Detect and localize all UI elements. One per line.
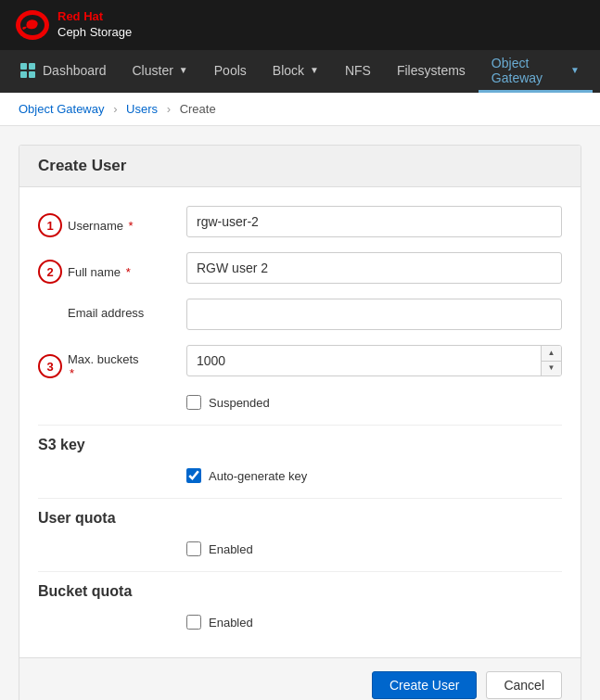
svg-rect-4 <box>20 71 27 78</box>
cancel-button[interactable]: Cancel <box>486 671 562 699</box>
breadcrumb: Object Gateway › Users › Create <box>0 93 600 126</box>
username-control <box>186 206 562 237</box>
email-label: Email address <box>68 306 144 320</box>
nav-item-block[interactable]: Block ▼ <box>260 50 332 93</box>
bucket-quota-enabled-checkbox[interactable] <box>186 615 201 630</box>
breadcrumb-current: Create <box>180 102 216 116</box>
nav-item-object-gateway[interactable]: Object Gateway ▼ <box>479 50 593 93</box>
svg-rect-5 <box>29 71 35 78</box>
auto-generate-row: Auto-generate key <box>38 468 562 483</box>
username-label: Username * <box>68 219 134 233</box>
user-quota-enabled-row: Enabled <box>38 541 562 556</box>
block-caret-icon: ▼ <box>310 65 319 75</box>
username-label-col: 1 Username * <box>38 206 186 237</box>
fullname-input[interactable] <box>186 252 562 284</box>
auto-generate-checkbox[interactable] <box>186 468 201 483</box>
breadcrumb-parent[interactable]: Users <box>126 102 158 116</box>
create-user-card: Create User 1 Username * 2 <box>19 145 581 700</box>
bucket-quota-section-title: Bucket quota <box>38 571 562 607</box>
username-required: * <box>125 219 134 233</box>
user-quota-section-title: User quota <box>38 498 562 534</box>
username-input[interactable] <box>186 206 562 237</box>
max-buckets-input[interactable] <box>186 345 562 376</box>
user-quota-enabled-label[interactable]: Enabled <box>209 542 253 556</box>
max-buckets-increment[interactable]: ▲ <box>542 346 561 362</box>
svg-rect-3 <box>29 63 35 70</box>
max-buckets-decrement[interactable]: ▼ <box>542 362 561 376</box>
step-badge-3: 3 <box>38 354 62 378</box>
nav-item-pools[interactable]: Pools <box>201 50 260 93</box>
dashboard-icon <box>20 63 35 78</box>
max-buckets-spinners: ▲ ▼ <box>541 346 561 375</box>
create-user-button[interactable]: Create User <box>372 671 477 699</box>
suspended-checkbox[interactable] <box>186 395 201 410</box>
breadcrumb-sep1: › <box>113 102 117 116</box>
step-badge-2: 2 <box>38 260 62 284</box>
username-row: 1 Username * <box>38 206 562 237</box>
max-buckets-control: ▲ ▼ <box>186 345 562 376</box>
user-quota-enabled-checkbox[interactable] <box>186 541 201 556</box>
email-row: Email address <box>38 299 562 330</box>
fullname-required: * <box>122 265 131 279</box>
top-navbar: Red Hat Ceph Storage <box>0 0 600 50</box>
fullname-label-col: 2 Full name * <box>38 252 186 284</box>
card-footer: Create User Cancel <box>19 657 581 700</box>
brand-logo: Red Hat Ceph Storage <box>15 9 132 41</box>
nav-item-nfs[interactable]: NFS <box>332 50 384 93</box>
card-title: Create User <box>19 146 581 187</box>
main-nav: Dashboard Cluster ▼ Pools Block ▼ NFS Fi… <box>0 50 600 93</box>
suspended-row: Suspended <box>38 395 562 410</box>
breadcrumb-root[interactable]: Object Gateway <box>19 102 105 116</box>
max-buckets-required: * <box>70 366 74 380</box>
nav-item-dashboard[interactable]: Dashboard <box>7 50 120 93</box>
card-body: 1 Username * 2 Full name * <box>19 187 581 657</box>
fullname-control <box>186 252 562 284</box>
object-gateway-caret-icon: ▼ <box>570 65 580 75</box>
email-control <box>186 299 562 330</box>
auto-generate-label[interactable]: Auto-generate key <box>209 469 307 483</box>
brand-text: Red Hat Ceph Storage <box>57 9 132 41</box>
s3key-section-title: S3 key <box>38 425 562 461</box>
nav-item-cluster[interactable]: Cluster ▼ <box>120 50 201 93</box>
email-label-col: Email address <box>38 299 186 320</box>
breadcrumb-sep2: › <box>167 102 171 116</box>
redhat-logo-icon <box>15 9 50 41</box>
step-badge-1: 1 <box>38 213 62 237</box>
nav-item-filesystems[interactable]: Filesystems <box>384 50 479 93</box>
max-buckets-row: 3 Max. buckets* ▲ ▼ <box>38 345 562 380</box>
suspended-label[interactable]: Suspended <box>209 396 270 410</box>
max-buckets-label-col: 3 Max. buckets* <box>38 345 186 380</box>
fullname-row: 2 Full name * <box>38 252 562 284</box>
max-buckets-label: Max. buckets* <box>68 352 139 380</box>
email-input[interactable] <box>186 299 562 330</box>
page-content: Create User 1 Username * 2 <box>0 126 600 700</box>
max-buckets-spinner-wrap: ▲ ▼ <box>186 345 562 376</box>
cluster-caret-icon: ▼ <box>179 65 188 75</box>
svg-rect-2 <box>20 63 27 70</box>
bucket-quota-enabled-row: Enabled <box>38 615 562 630</box>
fullname-label: Full name * <box>68 265 131 279</box>
bucket-quota-enabled-label[interactable]: Enabled <box>209 616 253 630</box>
